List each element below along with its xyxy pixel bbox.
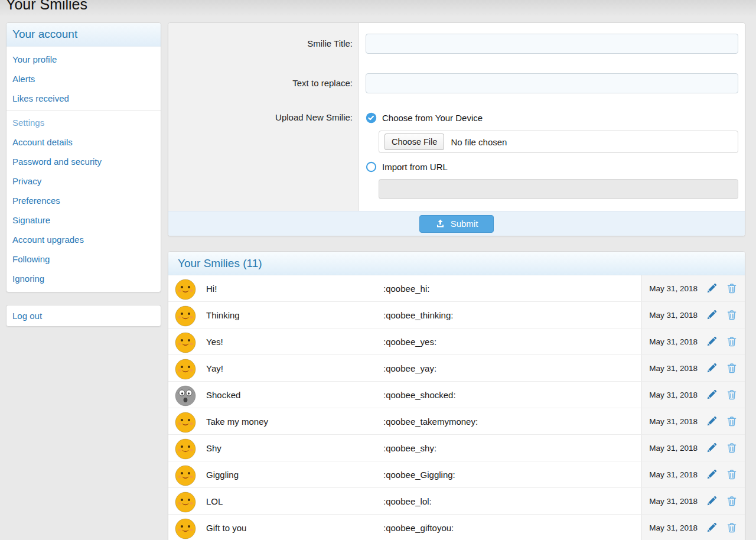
delete-icon[interactable]: [726, 389, 738, 401]
smilie-title: Yes!: [206, 328, 383, 354]
sidebar-item-following[interactable]: Following: [6, 249, 161, 269]
sidebar-item-password-and-security[interactable]: Password and security: [6, 152, 161, 171]
edit-icon[interactable]: [706, 309, 718, 321]
delete-icon[interactable]: [726, 336, 738, 347]
edit-icon[interactable]: [706, 336, 718, 347]
page-title: Your Smilies: [6, 0, 87, 13]
smilie-date: May 31, 2018: [647, 523, 698, 532]
your-smilies-panel: Your Smilies (11): [168, 251, 745, 540]
logout-block: Log out: [6, 305, 161, 327]
sidebar-item-account-details[interactable]: Account details: [6, 132, 161, 152]
sidebar-item-signature[interactable]: Signature: [6, 210, 161, 230]
smilie-row-yes: Yes! :qoobee_yes: May 31, 2018: [168, 328, 745, 355]
delete-icon[interactable]: [726, 442, 738, 454]
smilie-title-input[interactable]: [366, 34, 738, 54]
smilie-image: [168, 382, 206, 408]
smilie-date: May 31, 2018: [647, 337, 698, 346]
smilie-row-hi: Hi! :qoobee_hi: May 31, 2018: [168, 275, 745, 302]
upload-icon: [435, 219, 445, 229]
new-smilie-form: Smilie Title: Text to replace: Upload Ne…: [168, 22, 745, 236]
form-body: Smilie Title: Text to replace: Upload Ne…: [168, 23, 745, 211]
smilie-code: :qoobee_lol:: [383, 488, 641, 514]
edit-icon[interactable]: [706, 282, 718, 294]
smilie-row-shy: Shy :qoobee_shy: May 31, 2018: [168, 435, 745, 461]
sidebar-item-privacy[interactable]: Privacy: [6, 171, 161, 191]
smilie-image: [168, 355, 206, 381]
smilie-title-label: Smilie Title:: [168, 34, 359, 54]
smilie-title: Take my money: [206, 408, 383, 434]
smilie-image: [168, 515, 206, 540]
smilie-row-take-my-money: Take my money :qoobee_takemymoney: May 3…: [168, 408, 745, 435]
delete-icon[interactable]: [726, 495, 738, 507]
smilie-row-lol: LOL :qoobee_lol: May 31, 2018: [168, 488, 745, 515]
smilie-code: :qoobee_thinking:: [383, 302, 641, 328]
smilie-row-yay: Yay! :qoobee_yay: May 31, 2018: [168, 355, 745, 382]
smilie-title: Shocked: [206, 382, 383, 408]
smilie-meta: May 31, 2018: [641, 515, 745, 540]
file-status-text: No file chosen: [451, 137, 507, 147]
edit-icon[interactable]: [706, 495, 718, 507]
smilie-code: :qoobee_giftoyou:: [383, 515, 641, 540]
smilies-list: Hi! :qoobee_hi: May 31, 2018: [168, 275, 745, 540]
your-smilies-header: Your Smilies (11): [168, 252, 745, 275]
smilie-date: May 31, 2018: [647, 284, 698, 293]
submit-strip: Submit: [168, 211, 745, 236]
account-block: Your account Your profileAlertsLikes rec…: [6, 22, 161, 292]
edit-icon[interactable]: [706, 415, 718, 427]
smilie-title: Shy: [206, 435, 383, 461]
delete-icon[interactable]: [726, 362, 738, 374]
sidebar-item-settings: Settings: [6, 110, 161, 132]
sidebar-item-alerts[interactable]: Alerts: [6, 69, 161, 89]
import-url-input[interactable]: [379, 179, 738, 199]
delete-icon[interactable]: [726, 415, 738, 427]
sidebar-item-preferences[interactable]: Preferences: [6, 191, 161, 210]
smilie-title: LOL: [206, 488, 383, 514]
smilie-date: May 31, 2018: [647, 417, 698, 426]
submit-button[interactable]: Submit: [419, 215, 494, 233]
sidebar-account-list: Your profileAlertsLikes receivedSettings…: [6, 47, 161, 292]
smilie-code: :qoobee_yay:: [383, 355, 641, 381]
radio-unchecked-icon: [366, 161, 377, 173]
smilie-code: :qoobee_shy:: [383, 435, 641, 461]
delete-icon[interactable]: [726, 522, 738, 534]
smilie-title: Hi!: [206, 275, 383, 301]
smilie-meta: May 31, 2018: [641, 382, 745, 408]
smilie-date: May 31, 2018: [647, 364, 698, 373]
option-choose-from-device[interactable]: Choose from Your Device: [366, 111, 738, 124]
smilie-meta: May 31, 2018: [641, 435, 745, 461]
smilie-meta: May 31, 2018: [641, 488, 745, 514]
smilie-image: [168, 328, 206, 354]
option-import-from-url[interactable]: Import from URL: [366, 160, 738, 173]
smilie-meta: May 31, 2018: [641, 461, 745, 487]
smilie-code: :qoobee_Giggling:: [383, 461, 641, 487]
choose-file-button[interactable]: Choose File: [384, 134, 444, 150]
edit-icon[interactable]: [706, 469, 718, 480]
edit-icon[interactable]: [706, 442, 718, 454]
account-block-header: Your account: [6, 23, 161, 47]
smilie-date: May 31, 2018: [647, 497, 698, 506]
sidebar-item-account-upgrades[interactable]: Account upgrades: [6, 230, 161, 249]
delete-icon[interactable]: [726, 469, 738, 480]
text-to-replace-input[interactable]: [366, 73, 738, 93]
delete-icon[interactable]: [726, 309, 738, 321]
smilie-row-gift-to-you: Gift to you :qoobee_giftoyou: May 31, 20…: [168, 515, 745, 540]
smilie-title: Gift to you: [206, 515, 383, 540]
smilie-code: :qoobee_hi:: [383, 275, 641, 301]
smilie-image: [168, 302, 206, 328]
edit-icon[interactable]: [706, 389, 718, 401]
smilie-image: [168, 435, 206, 461]
sidebar-item-your-profile[interactable]: Your profile: [6, 50, 161, 69]
sidebar-item-ignoring[interactable]: Ignoring: [6, 269, 161, 288]
smilie-row-giggling: Giggling :qoobee_Giggling: May 31, 2018: [168, 461, 745, 488]
edit-icon[interactable]: [706, 362, 718, 374]
smilie-title: Giggling: [206, 461, 383, 487]
sidebar-item-likes-received[interactable]: Likes received: [6, 89, 161, 108]
radio-checked-icon: [366, 112, 377, 123]
delete-icon[interactable]: [726, 282, 738, 294]
smilie-meta: May 31, 2018: [641, 275, 745, 301]
logout-link[interactable]: Log out: [6, 305, 161, 326]
edit-icon[interactable]: [706, 522, 718, 534]
submit-label: Submit: [451, 219, 478, 229]
smilie-title: Yay!: [206, 355, 383, 381]
smilie-meta: May 31, 2018: [641, 302, 745, 328]
